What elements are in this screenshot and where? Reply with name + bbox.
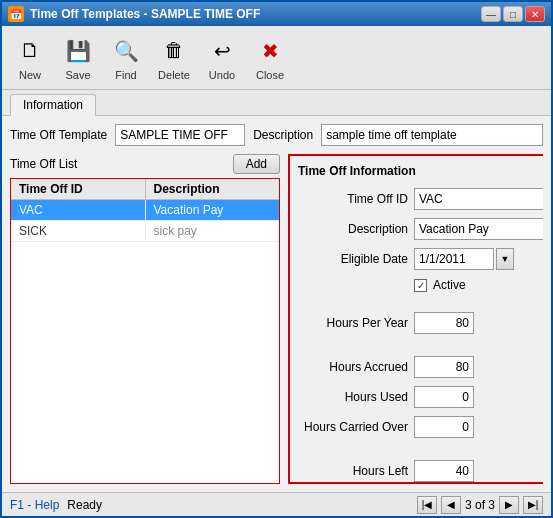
hours-used-row: Hours Used [298, 386, 543, 408]
main-window: 📅 Time Off Templates - SAMPLE TIME OFF —… [0, 0, 553, 518]
description-row: Description [298, 218, 543, 240]
add-button[interactable]: Add [233, 154, 280, 174]
page-info: 3 of 3 [465, 498, 495, 512]
active-label: Active [433, 278, 466, 292]
list-header: Time Off List Add [10, 154, 280, 174]
date-dropdown-button[interactable]: ▼ [496, 248, 514, 270]
title-bar-left: 📅 Time Off Templates - SAMPLE TIME OFF [8, 6, 260, 22]
new-label: New [19, 69, 41, 81]
window-title: Time Off Templates - SAMPLE TIME OFF [30, 7, 260, 21]
description-field-input[interactable] [414, 218, 543, 240]
check-mark: ✓ [417, 280, 425, 291]
active-row: ✓ Active [298, 278, 543, 292]
status-bar: F1 - Help Ready |◀ ◀ 3 of 3 ▶ ▶| [2, 492, 551, 516]
find-button[interactable]: 🔍 Find [106, 33, 146, 83]
find-icon: 🔍 [110, 35, 142, 67]
title-buttons: — □ ✕ [481, 6, 545, 22]
status-left: F1 - Help Ready [10, 498, 102, 512]
last-page-button[interactable]: ▶| [523, 496, 543, 514]
delete-label: Delete [158, 69, 190, 81]
time-off-id-label: Time Off ID [298, 192, 408, 206]
help-link[interactable]: F1 - Help [10, 498, 59, 512]
delete-icon: 🗑 [158, 35, 190, 67]
nav-controls: |◀ ◀ 3 of 3 ▶ ▶| [417, 496, 543, 514]
find-label: Find [115, 69, 136, 81]
close-label: Close [256, 69, 284, 81]
save-icon: 💾 [62, 35, 94, 67]
template-input[interactable] [115, 124, 245, 146]
hours-carried-row: Hours Carried Over [298, 416, 543, 438]
status-text: Ready [67, 498, 102, 512]
table-header: Time Off ID Description [11, 179, 279, 200]
new-button[interactable]: 🗋 New [10, 33, 50, 83]
time-off-id-row: Time Off ID [298, 188, 543, 210]
time-off-table: Time Off ID Description VAC Vacation Pay… [10, 178, 280, 484]
hours-accrued-label: Hours Accrued [298, 360, 408, 374]
cell-id: VAC [11, 200, 146, 220]
delete-button[interactable]: 🗑 Delete [154, 33, 194, 83]
hours-left-input[interactable] [414, 460, 474, 482]
new-icon: 🗋 [14, 35, 46, 67]
table-row[interactable]: SICK sick pay [11, 221, 279, 242]
hours-per-year-label: Hours Per Year [298, 316, 408, 330]
first-page-button[interactable]: |◀ [417, 496, 437, 514]
prev-page-button[interactable]: ◀ [441, 496, 461, 514]
page-of: of [475, 498, 488, 512]
table-row[interactable]: VAC Vacation Pay [11, 200, 279, 221]
cell-description: Vacation Pay [146, 200, 280, 220]
undo-label: Undo [209, 69, 235, 81]
eligible-date-input[interactable] [414, 248, 494, 270]
list-label: Time Off List [10, 157, 77, 171]
hours-used-input[interactable] [414, 386, 474, 408]
date-row: ▼ [414, 248, 514, 270]
undo-button[interactable]: ↩ Undo [202, 33, 242, 83]
cell-id: SICK [11, 221, 146, 241]
template-label: Time Off Template [10, 128, 107, 142]
next-page-button[interactable]: ▶ [499, 496, 519, 514]
tab-bar: Information [2, 90, 551, 115]
hours-left-row: Hours Left [298, 460, 543, 482]
desc-label: Description [253, 128, 313, 142]
title-bar: 📅 Time Off Templates - SAMPLE TIME OFF —… [2, 2, 551, 26]
content-area: Time Off Template Description Time Off L… [2, 115, 551, 492]
minimize-button[interactable]: — [481, 6, 501, 22]
maximize-button[interactable]: □ [503, 6, 523, 22]
window-icon: 📅 [8, 6, 24, 22]
hours-accrued-row: Hours Accrued [298, 356, 543, 378]
eligible-date-row: Eligible Date ▼ [298, 248, 543, 270]
cell-description: sick pay [146, 221, 280, 241]
hours-accrued-input[interactable] [414, 356, 474, 378]
eligible-date-label: Eligible Date [298, 252, 408, 266]
hours-per-year-input[interactable] [414, 312, 474, 334]
undo-icon: ↩ [206, 35, 238, 67]
left-panel: Time Off List Add Time Off ID Descriptio… [10, 154, 280, 484]
panel-title: Time Off Information [298, 164, 543, 178]
description-input[interactable] [321, 124, 543, 146]
col-header-description: Description [146, 179, 280, 199]
time-off-id-input[interactable] [414, 188, 543, 210]
col-header-id: Time Off ID [11, 179, 146, 199]
close-icon: ✖ [254, 35, 286, 67]
hours-left-label: Hours Left [298, 464, 408, 478]
hours-per-year-row: Hours Per Year [298, 312, 543, 334]
main-row: Time Off List Add Time Off ID Descriptio… [10, 154, 543, 484]
save-button[interactable]: 💾 Save [58, 33, 98, 83]
table-body: VAC Vacation Pay SICK sick pay [11, 200, 279, 242]
tab-information[interactable]: Information [10, 94, 96, 116]
save-label: Save [65, 69, 90, 81]
close-button[interactable]: ✖ Close [250, 33, 290, 83]
current-page: 3 [465, 498, 472, 512]
active-checkbox[interactable]: ✓ [414, 279, 427, 292]
description-label: Description [298, 222, 408, 236]
total-pages: 3 [488, 498, 495, 512]
hours-carried-label: Hours Carried Over [298, 420, 408, 434]
hours-used-label: Hours Used [298, 390, 408, 404]
right-panel: Time Off Information Time Off ID Descrip… [288, 154, 543, 484]
toolbar: 🗋 New 💾 Save 🔍 Find 🗑 Delete ↩ Undo ✖ Cl… [2, 26, 551, 90]
close-window-button[interactable]: ✕ [525, 6, 545, 22]
hours-carried-input[interactable] [414, 416, 474, 438]
template-row: Time Off Template Description [10, 124, 543, 146]
